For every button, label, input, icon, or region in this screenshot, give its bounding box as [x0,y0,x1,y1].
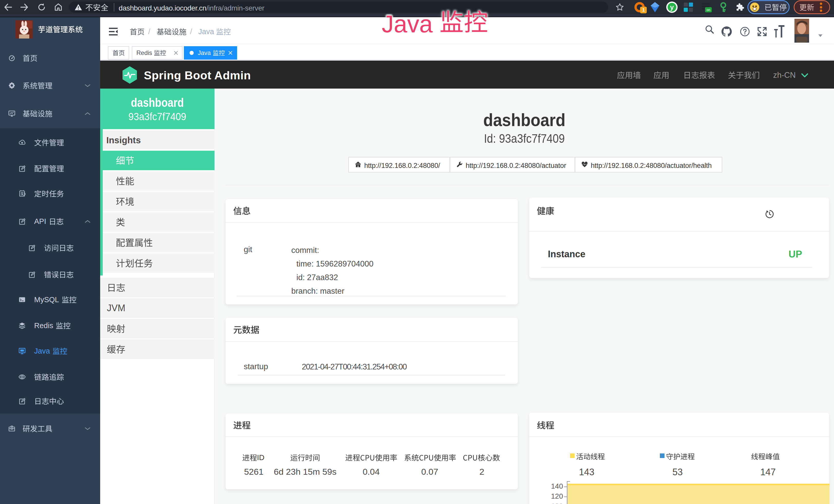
svg-text:on: on [707,8,710,12]
